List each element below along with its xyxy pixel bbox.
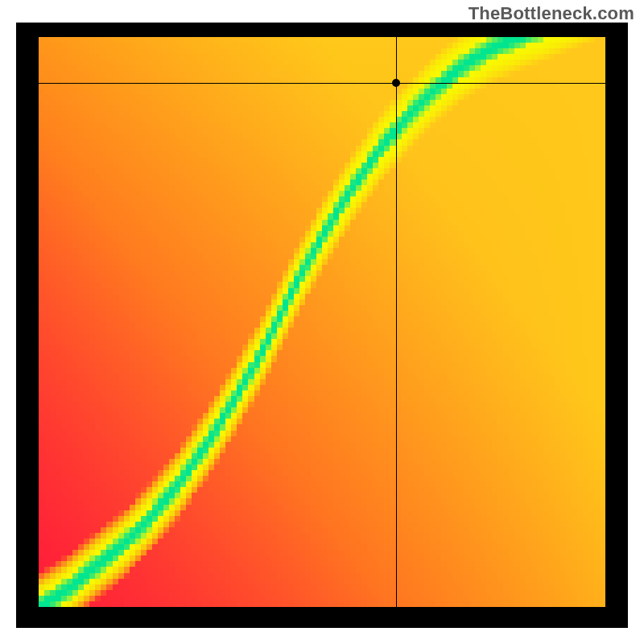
heatmap-canvas bbox=[39, 37, 605, 607]
plot-area bbox=[39, 37, 605, 607]
marker-dot bbox=[392, 79, 400, 87]
watermark-label: TheBottleneck.com bbox=[469, 3, 634, 24]
crosshair-vertical bbox=[396, 37, 397, 607]
plot-border bbox=[16, 23, 628, 628]
chart-container: TheBottleneck.com bbox=[0, 0, 644, 644]
crosshair-horizontal bbox=[39, 83, 605, 84]
